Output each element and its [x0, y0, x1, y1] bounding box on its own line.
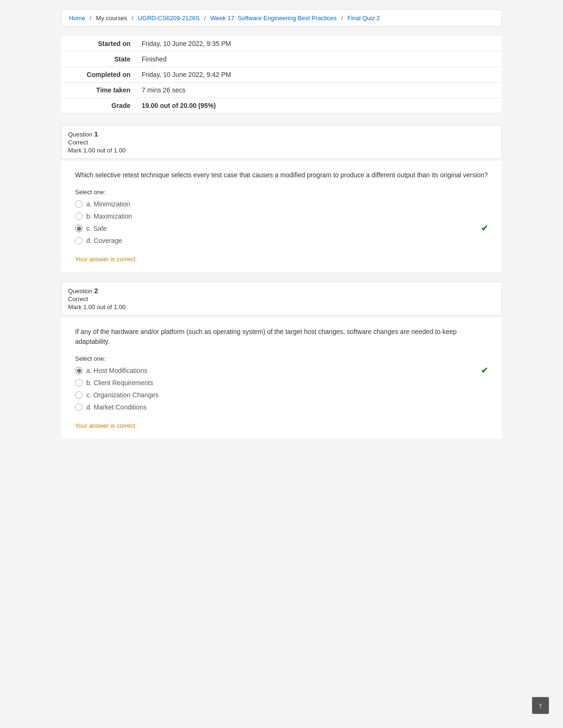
breadcrumb-quiz[interactable]: Final Quiz 2 — [347, 15, 380, 22]
option-row-1-d[interactable]: d. Coverage — [75, 237, 488, 244]
option-radio-2-a — [75, 367, 83, 374]
question-text-2: If any of the hardware and/or platform (… — [75, 327, 488, 347]
option-radio-1-d — [75, 237, 83, 244]
question-mark-2: Mark 1.00 out of 1.00 — [68, 303, 495, 311]
option-row-2-a[interactable]: a. Host Modifications✔ — [75, 367, 488, 374]
option-radio-1-c — [75, 225, 83, 232]
summary-row-completed: Completed on Friday, 10 June 2022, 9:42 … — [61, 67, 502, 83]
breadcrumb-sep-3: / — [204, 15, 206, 22]
summary-row-state: State Finished — [61, 52, 502, 67]
question-box-1: Question 1 Correct Mark 1.00 out of 1.00 — [61, 125, 502, 159]
summary-row-time: Time taken 7 mins 26 secs — [61, 83, 502, 98]
correct-message-2: Your answer is correct. — [75, 417, 488, 429]
grade-value: 19.00 out of 20.00 (95%) — [136, 98, 502, 114]
question-content-2: If any of the hardware and/or platform (… — [61, 318, 502, 439]
breadcrumb-sep-1: / — [90, 15, 91, 22]
state-value: Finished — [136, 52, 502, 67]
option-row-2-c[interactable]: c. Organization Changes — [75, 391, 488, 399]
breadcrumb-course[interactable]: UGRD-CS6209-2126S — [138, 15, 200, 22]
option-label-2-c: c. Organization Changes — [86, 391, 159, 399]
option-row-2-d[interactable]: d. Market Conditions — [75, 403, 488, 411]
breadcrumb-mycourses: My courses — [96, 15, 127, 22]
question-box-2: Question 2 Correct Mark 1.00 out of 1.00 — [61, 281, 502, 316]
option-label-2-b: b. Client Requirements — [86, 379, 153, 387]
started-on-label: Started on — [61, 36, 136, 52]
option-label-2-a: a. Host Modifications — [86, 367, 147, 374]
option-label-1-d: d. Coverage — [86, 237, 122, 244]
breadcrumb-week[interactable]: Week 17: Software Engineering Best Pract… — [210, 15, 336, 22]
select-one-label-2: Select one: — [75, 355, 488, 362]
select-one-label-1: Select one: — [75, 189, 488, 196]
option-row-1-b[interactable]: b. Maximization — [75, 212, 488, 220]
breadcrumb-sep-4: / — [341, 15, 343, 22]
option-label-1-a: a. Minimization — [86, 200, 130, 208]
questions-container: Question 1 Correct Mark 1.00 out of 1.00… — [61, 125, 502, 439]
breadcrumb-sep-2: / — [132, 15, 134, 22]
question-number-1: Question 1 — [68, 130, 495, 138]
question-number-2: Question 2 — [68, 287, 495, 295]
check-mark-1: ✔ — [481, 223, 488, 234]
check-mark-2: ✔ — [481, 365, 488, 376]
completed-on-label: Completed on — [61, 67, 136, 83]
option-radio-2-c — [75, 391, 83, 399]
state-label: State — [61, 52, 136, 67]
option-radio-1-b — [75, 212, 83, 220]
summary-table: Started on Friday, 10 June 2022, 9:35 PM… — [61, 36, 502, 114]
time-taken-value: 7 mins 26 secs — [136, 83, 502, 98]
option-label-1-b: b. Maximization — [86, 212, 132, 220]
summary-row-started: Started on Friday, 10 June 2022, 9:35 PM — [61, 36, 502, 52]
question-content-1: Which selective retest technique selects… — [61, 161, 502, 272]
option-radio-1-a — [75, 200, 83, 208]
breadcrumb: Home / My courses / UGRD-CS6209-2126S / … — [61, 9, 502, 27]
question-divider — [61, 274, 502, 281]
question-status-2: Correct — [68, 296, 495, 303]
page-wrapper: Home / My courses / UGRD-CS6209-2126S / … — [56, 0, 507, 469]
time-taken-label: Time taken — [61, 83, 136, 98]
option-row-1-c[interactable]: c. Safe✔ — [75, 225, 488, 232]
option-row-2-b[interactable]: b. Client Requirements — [75, 379, 488, 387]
question-status-1: Correct — [68, 139, 495, 146]
started-on-value: Friday, 10 June 2022, 9:35 PM — [136, 36, 502, 52]
option-radio-2-d — [75, 403, 83, 411]
option-label-2-d: d. Market Conditions — [86, 403, 146, 411]
question-mark-1: Mark 1.00 out of 1.00 — [68, 147, 495, 154]
correct-message-1: Your answer is correct. — [75, 251, 488, 263]
option-radio-2-b — [75, 379, 83, 387]
breadcrumb-home[interactable]: Home — [69, 15, 85, 22]
summary-row-grade: Grade 19.00 out of 20.00 (95%) — [61, 98, 502, 114]
question-text-1: Which selective retest technique selects… — [75, 170, 488, 180]
grade-label: Grade — [61, 98, 136, 114]
option-row-1-a[interactable]: a. Minimization — [75, 200, 488, 208]
completed-on-value: Friday, 10 June 2022, 9:42 PM — [136, 67, 502, 83]
option-label-1-c: c. Safe — [86, 225, 107, 232]
